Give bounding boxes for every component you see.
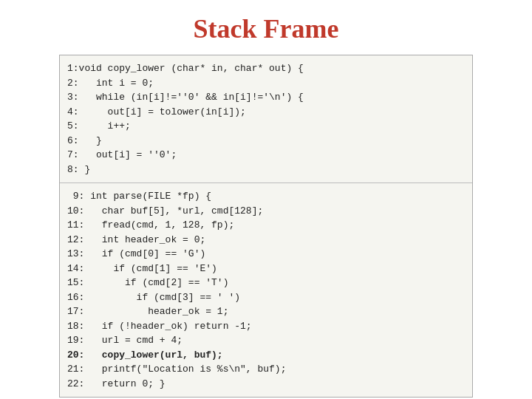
code-block-2: 9: int parse(FILE *fp) {10: char buf[5],… <box>60 183 472 397</box>
page-title: Stack Frame <box>194 13 339 44</box>
code-block-1: 1:void copy_lower (char* in, char* out) … <box>60 55 472 183</box>
code-container: 1:void copy_lower (char* in, char* out) … <box>59 55 473 398</box>
